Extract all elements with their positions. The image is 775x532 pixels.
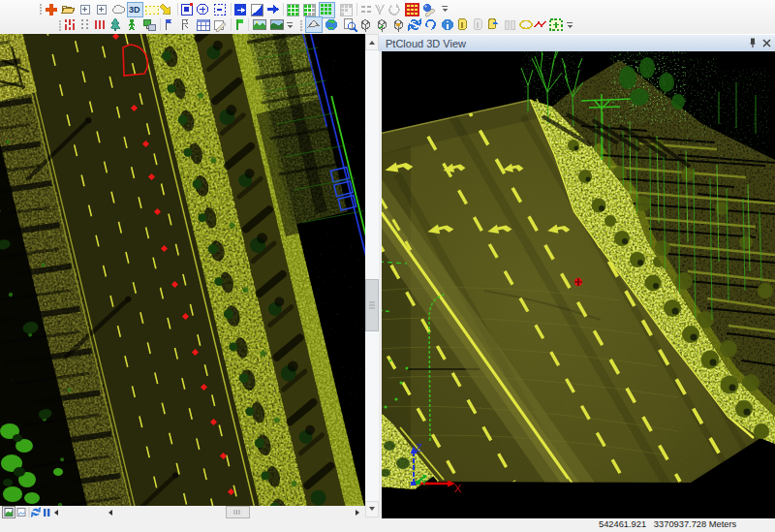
svg-text:Z: Z bbox=[416, 442, 422, 454]
svg-text:3D: 3D bbox=[129, 5, 140, 15]
svg-text:X: X bbox=[454, 483, 462, 494]
svg-text:Y: Y bbox=[421, 478, 427, 487]
